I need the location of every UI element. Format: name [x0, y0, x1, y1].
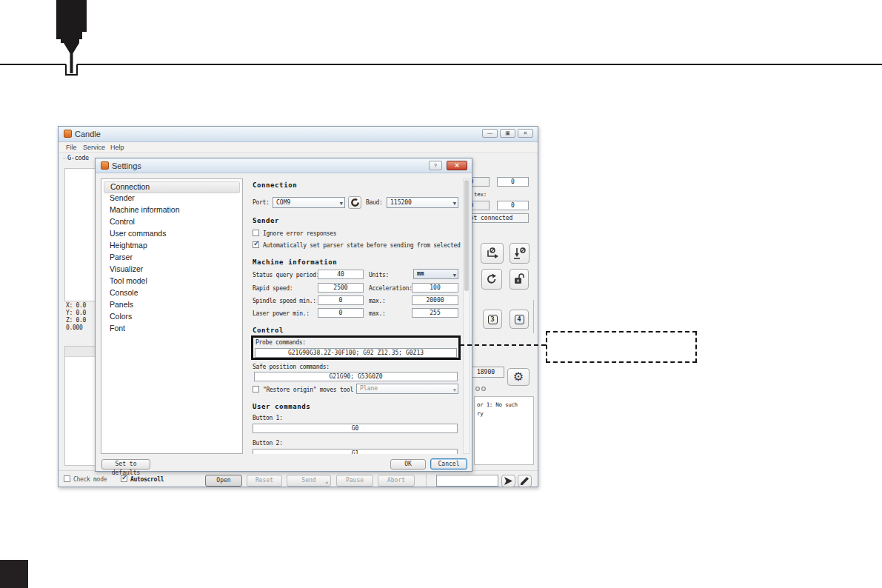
- candle-app-icon: [64, 130, 72, 138]
- pause-button[interactable]: Pause: [336, 475, 373, 487]
- status-query-input[interactable]: 40: [318, 270, 364, 279]
- zero-xy-button[interactable]: [481, 243, 504, 264]
- units-value: mm: [417, 270, 424, 277]
- sidebar-item-font[interactable]: Font: [104, 324, 240, 335]
- minimize-button[interactable]: —: [482, 129, 498, 138]
- user-commands-header: User commands: [253, 403, 310, 410]
- spindle-toggle-button[interactable]: ⚙: [507, 368, 529, 386]
- refresh-icon: [350, 198, 360, 207]
- chevron-down-icon: ▼: [453, 271, 456, 279]
- restore-origin-value: Plane: [360, 385, 378, 392]
- restore-origin-label: "Restore origin" moves tool in:: [263, 387, 367, 393]
- coord-extra: 0.000: [66, 324, 83, 331]
- laser-min-input[interactable]: 0: [318, 308, 364, 318]
- open-button[interactable]: Open: [205, 475, 242, 487]
- send-label: Send: [301, 477, 315, 484]
- sender-header: Sender: [253, 217, 279, 224]
- zero-z-icon: [513, 247, 527, 259]
- port-label: Port:: [253, 199, 270, 206]
- sidebar-item-user-commands[interactable]: User commands: [104, 229, 240, 241]
- sidebar-item-sender[interactable]: Sender: [104, 193, 240, 205]
- set-to-defaults-button[interactable]: Set to defaults: [101, 459, 150, 470]
- restore-origin-checkbox[interactable]: [253, 386, 259, 392]
- command-input[interactable]: [436, 475, 498, 487]
- console-output[interactable]: or 1: No such ry: [474, 396, 534, 465]
- coord-z: Z: 0.0: [66, 317, 86, 324]
- gcode-groupline: [63, 158, 67, 158]
- menubar: File Service Help: [59, 142, 538, 153]
- unlock-button[interactable]: [510, 269, 529, 290]
- send-command-button[interactable]: [501, 475, 515, 487]
- menu-file[interactable]: File: [66, 144, 77, 151]
- partial-coord-label: tex:: [474, 191, 487, 198]
- laser-max-label: max.:: [369, 310, 386, 317]
- scrollbar-thumb[interactable]: [464, 180, 469, 291]
- baud-combobox[interactable]: 115200 ▼: [387, 197, 458, 208]
- laser-max-input[interactable]: 255: [412, 308, 458, 318]
- user-command-4-label: 4: [515, 315, 524, 324]
- settings-content: Connection Port: COM9 ▼ Baud: 115200 ▼ S…: [249, 178, 461, 454]
- unlock-icon: [513, 273, 525, 285]
- sidebar-item-connection[interactable]: Connection: [104, 181, 240, 193]
- rapid-speed-label: Rapid speed:: [253, 285, 293, 292]
- zero-z-button[interactable]: [510, 243, 529, 264]
- spindle-speed-box[interactable]: 18900: [467, 367, 504, 378]
- panel-scroll-edge: [533, 300, 534, 333]
- parser-state-checkbox[interactable]: ✓: [253, 241, 259, 248]
- safe-position-input[interactable]: G21G90; G53G0Z0: [254, 372, 458, 381]
- maximize-button[interactable]: ▣: [500, 129, 515, 138]
- menu-help[interactable]: Help: [110, 144, 124, 151]
- gear-icon: ⚙: [513, 371, 524, 383]
- sidebar-item-tool-model[interactable]: Tool model: [104, 276, 240, 288]
- ok-button[interactable]: OK: [390, 459, 426, 470]
- port-combobox[interactable]: COM9 ▼: [273, 197, 345, 208]
- units-combobox[interactable]: mm ▼: [413, 269, 458, 279]
- machine-info-header: Machine information: [253, 258, 337, 266]
- close-icon: ✕: [455, 162, 460, 169]
- connection-header: Connection: [253, 181, 297, 189]
- sidebar-item-console[interactable]: Console: [104, 288, 240, 300]
- probe-commands-input[interactable]: G21G90G38.2Z-30F100; G92 Z12.35; G0Z13: [255, 348, 457, 358]
- slider-dots-icon: [475, 386, 490, 392]
- acceleration-label: Acceleration:: [369, 285, 412, 292]
- sidebar-item-visualizer[interactable]: Visualizer: [104, 264, 240, 276]
- ignore-errors-checkbox[interactable]: [253, 230, 259, 236]
- abort-button[interactable]: Abort: [378, 475, 415, 487]
- cancel-button[interactable]: Cancel: [430, 458, 467, 470]
- clear-console-button[interactable]: [518, 475, 532, 487]
- user-command-button-3[interactable]: 3: [483, 310, 502, 329]
- spindle-max-input[interactable]: 20000: [412, 295, 458, 305]
- dialog-close-button[interactable]: ✕: [447, 161, 467, 170]
- check-mode-checkbox[interactable]: [64, 475, 70, 482]
- sidebar-item-parser[interactable]: Parser: [104, 253, 240, 264]
- units-label: Units:: [369, 272, 389, 278]
- refresh-ports-button[interactable]: [348, 196, 361, 209]
- ignore-errors-label: Ignore error responses: [263, 230, 336, 237]
- menu-service[interactable]: Service: [83, 144, 105, 151]
- restore-origin-combobox[interactable]: Plane ▼: [356, 384, 458, 394]
- sidebar-item-panels[interactable]: Panels: [104, 300, 240, 312]
- sidebar-item-control[interactable]: Control: [104, 217, 240, 229]
- user-command-button-4[interactable]: 4: [510, 310, 529, 329]
- settings-titlebar: Settings ? ✕: [96, 158, 472, 173]
- spindle-min-input[interactable]: 0: [318, 295, 364, 305]
- sidebar-item-heightmap[interactable]: Heightmap: [104, 241, 240, 253]
- reset-button[interactable]: Reset: [247, 475, 282, 487]
- spindle-max-label: max.:: [369, 298, 386, 304]
- page: Candle — ▣ ✕ File Service Help G-code X:…: [0, 0, 882, 588]
- sidebar-item-colors[interactable]: Colors: [104, 312, 240, 324]
- safe-position-label: Safe position commands:: [253, 364, 330, 370]
- coord-y: Y: 0.0: [66, 310, 86, 316]
- button1-input[interactable]: G0: [253, 424, 458, 433]
- sidebar-item-machine-information[interactable]: Machine information: [104, 205, 240, 217]
- acceleration-input[interactable]: 100: [412, 283, 458, 293]
- content-scrollbar[interactable]: [463, 178, 470, 454]
- button2-input[interactable]: G1: [253, 449, 458, 454]
- baud-label: Baud:: [366, 199, 383, 206]
- rapid-speed-input[interactable]: 2500: [318, 283, 364, 293]
- send-button[interactable]: Send ▼: [287, 475, 331, 487]
- help-icon: ?: [434, 163, 437, 168]
- close-button[interactable]: ✕: [518, 129, 533, 138]
- restore-origin-button[interactable]: [481, 269, 502, 290]
- help-button[interactable]: ?: [429, 161, 442, 170]
